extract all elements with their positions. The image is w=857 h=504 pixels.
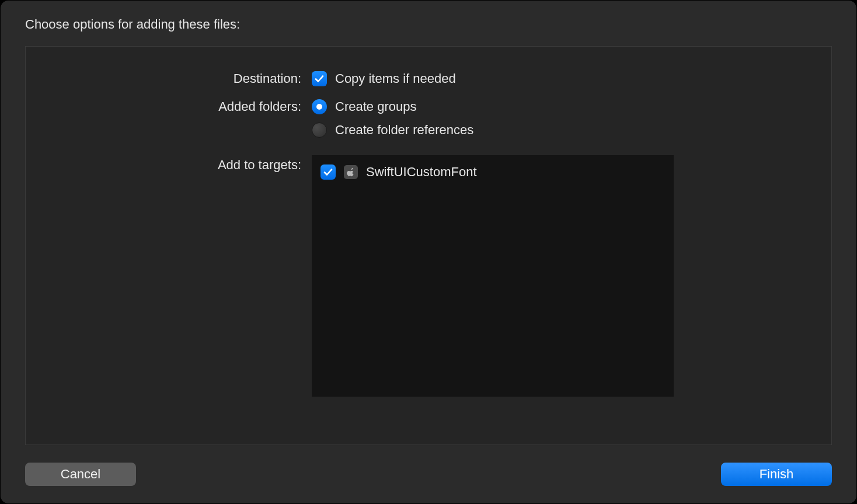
targets-list[interactable]: SwiftUICustomFont — [312, 155, 674, 397]
target-item[interactable]: SwiftUICustomFont — [320, 163, 665, 181]
add-to-targets-row: Add to targets: SwiftUICustomFont — [26, 155, 831, 397]
options-panel: Destination: Copy items if needed Added … — [25, 46, 832, 445]
create-groups-label: Create groups — [335, 99, 416, 114]
add-to-targets-label: Add to targets: — [26, 155, 312, 173]
added-folders-row: Added folders: Create groups Create fold… — [26, 97, 831, 140]
copy-items-checkbox[interactable] — [312, 71, 327, 86]
create-groups-radio[interactable] — [312, 99, 327, 114]
target-checkbox[interactable] — [320, 164, 336, 180]
destination-row: Destination: Copy items if needed — [26, 69, 831, 89]
copy-items-label: Copy items if needed — [335, 71, 456, 86]
dialog-title: Choose options for adding these files: — [25, 17, 832, 32]
cancel-button[interactable]: Cancel — [25, 463, 136, 486]
add-files-options-dialog: Choose options for adding these files: D… — [0, 0, 857, 504]
added-folders-label: Added folders: — [26, 97, 312, 114]
finish-button[interactable]: Finish — [721, 463, 832, 486]
destination-label: Destination: — [26, 69, 312, 86]
app-target-icon — [344, 165, 358, 179]
create-folder-references-label: Create folder references — [335, 123, 473, 138]
create-folder-references-radio[interactable] — [312, 123, 327, 138]
button-bar: Cancel Finish — [25, 463, 832, 486]
target-name: SwiftUICustomFont — [366, 164, 477, 180]
